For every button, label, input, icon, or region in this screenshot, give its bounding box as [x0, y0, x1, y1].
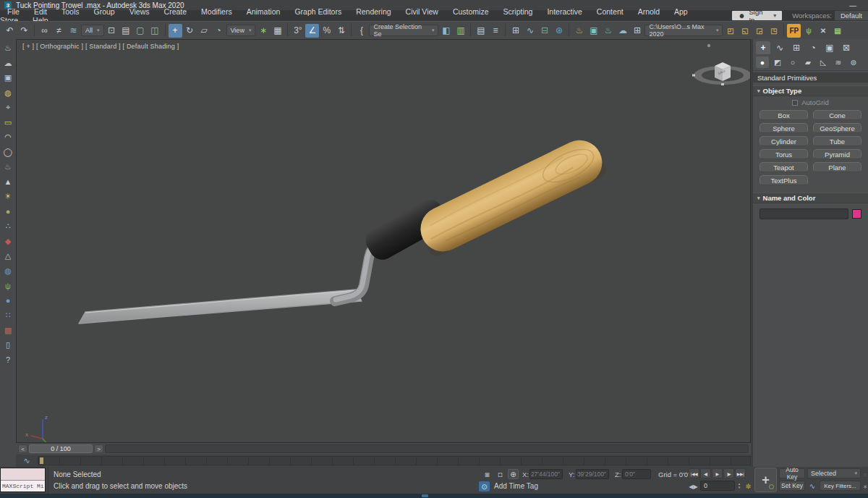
go-start-button[interactable]: |◀◀ [689, 468, 699, 478]
menu-arnold[interactable]: Arnold [631, 7, 667, 16]
render-cloud-icon[interactable]: ☁ [616, 24, 629, 38]
viewcube-cube[interactable]: BACK [715, 62, 731, 81]
link-icon[interactable]: ∞ [38, 24, 51, 38]
sun-icon[interactable]: ☀ [2, 191, 14, 202]
subcategory-dropdown[interactable]: Standard Primitives [753, 72, 868, 83]
select-object-icon[interactable]: ⊡ [105, 24, 119, 38]
viewport-canvas[interactable]: [ + ] [ Orthographic ] [ Standard ] [ De… [16, 39, 751, 443]
select-by-name-icon[interactable]: ▤ [119, 24, 133, 38]
z-coordinate-field[interactable]: 0'0" [622, 469, 651, 479]
workspaces-control[interactable]: Workspaces: Default [792, 11, 868, 20]
snap-toggle-icon[interactable]: 3° [291, 24, 305, 38]
menu-edit[interactable]: Edit [27, 7, 54, 16]
unlink-icon[interactable]: ≠ [52, 24, 66, 38]
cone-icon[interactable]: ▲ [2, 177, 14, 187]
autogrid-checkbox[interactable] [792, 100, 798, 106]
plane-button[interactable]: Plane [813, 162, 861, 172]
menu-views[interactable]: Views [122, 7, 157, 16]
spinner-snap-icon[interactable]: ⇅ [334, 24, 348, 38]
window-crossing-icon[interactable]: ◫ [148, 24, 162, 38]
auto-key-button[interactable]: Auto Key [779, 468, 805, 478]
render-production-icon[interactable]: ♨ [601, 24, 615, 38]
render-setup-icon[interactable]: ♨ [572, 24, 586, 38]
trowel-model[interactable] [79, 132, 610, 324]
key-selection-dropdown[interactable]: Selected▾ [807, 468, 861, 478]
menu-rendering[interactable]: Rendering [349, 7, 398, 16]
textplus-button[interactable]: TextPlus [760, 175, 808, 185]
menu-customize[interactable]: Customize [446, 7, 496, 16]
foliage-icon[interactable]: ψ [2, 280, 14, 291]
viewcube[interactable]: BACK [692, 44, 750, 85]
set-keys-button[interactable]: + [754, 468, 777, 492]
pyramid-button[interactable]: Pyramid [813, 149, 861, 159]
gem-icon[interactable]: ◆ [2, 236, 14, 247]
next-frame-arrow[interactable]: > [94, 444, 103, 453]
object-type-rollout[interactable]: ▾ Object Type [753, 85, 868, 96]
project-folder-dropdown[interactable]: C:\Users\O...s Max 2020▾ [644, 25, 723, 36]
material-editor-icon[interactable]: ⊛ [552, 24, 566, 38]
time-slider-track[interactable] [105, 444, 749, 453]
undo-icon[interactable]: ↶ [3, 24, 17, 38]
key-filters-button[interactable]: Key Filters... [820, 481, 861, 491]
mini-curve-editor-button[interactable]: ∿ [16, 456, 38, 465]
schematic-view-icon[interactable]: ⊟ [537, 24, 551, 38]
disc-icon[interactable]: ◯ [2, 147, 14, 158]
open-in-viewport-icon[interactable]: ⊞ [630, 24, 644, 38]
rect-region-icon[interactable]: ▢ [134, 24, 148, 38]
redo-icon[interactable]: ↷ [17, 24, 31, 38]
torus-button[interactable]: Torus [760, 149, 808, 159]
particles-icon[interactable]: ∴ [2, 221, 14, 232]
plane-icon[interactable]: ▭ [2, 117, 14, 128]
maxscript-mini-listener[interactable]: MAXScript Mi [0, 468, 46, 492]
track-bar-ruler[interactable] [38, 456, 751, 465]
pan-icon[interactable]: ∗ [862, 481, 868, 491]
cat-systems[interactable]: ⊚ [847, 56, 860, 68]
tab-utilities[interactable]: ⊠ [839, 41, 854, 54]
key-mode-toggle-icon[interactable]: ✼ [744, 481, 753, 491]
cone-button[interactable]: Cone [813, 110, 861, 120]
isolate-selection-icon[interactable]: ◙ [482, 469, 493, 479]
menu-modifiers[interactable]: Modifiers [194, 7, 239, 16]
open-container-icon[interactable]: ◰ [723, 24, 737, 38]
name-and-color-rollout[interactable]: ▾ Name and Color [753, 193, 868, 203]
toggle-layers-icon[interactable]: ≡ [488, 24, 502, 38]
teapot-icon[interactable]: ♨ [2, 161, 14, 172]
macro-recorder-field[interactable] [1, 468, 45, 481]
curve-editor-icon[interactable]: ∿ [523, 24, 537, 38]
selection-filter-dropdown[interactable]: All▾ [81, 25, 104, 36]
frame-spinner[interactable]: ▴▾ [736, 481, 742, 491]
lamp-icon[interactable]: ◍ [2, 88, 14, 98]
populate-flow-icon[interactable]: ψ [801, 24, 815, 38]
align-icon[interactable]: ▥ [454, 24, 467, 38]
cat-helpers[interactable]: ◺ [817, 56, 830, 68]
geosphere-button[interactable]: GeoSphere [813, 123, 861, 133]
box-button[interactable]: Box [760, 110, 808, 120]
keyboard-override-icon[interactable]: ▦ [271, 24, 284, 38]
add-time-tag[interactable]: Add Time Tag [494, 482, 538, 490]
sign-in-button[interactable]: ☻ Sign In ▾ [732, 11, 782, 20]
menu-civil-view[interactable]: Civil View [399, 7, 446, 16]
tab-display[interactable]: ▣ [822, 41, 837, 54]
next-frame-button[interactable]: |▶ [723, 468, 734, 478]
cloud-icon[interactable]: ☁ [2, 58, 14, 69]
tab-motion[interactable]: ◔ [806, 41, 820, 54]
customize-tools-icon[interactable]: ✕ [816, 24, 830, 38]
y-coordinate-field[interactable]: -39'29/100" [576, 469, 609, 479]
object-name-field[interactable] [760, 208, 848, 219]
new-key-mode-icon[interactable]: ∿ [807, 481, 817, 491]
scale-icon[interactable]: ▱ [197, 24, 211, 38]
dome-icon[interactable]: ◠ [2, 132, 14, 143]
percent-snap-icon[interactable]: % [320, 24, 333, 38]
menu-scripting[interactable]: Scripting [496, 7, 540, 16]
object-color-swatch[interactable] [852, 209, 861, 219]
minimize-button[interactable]: — [842, 1, 864, 9]
save-container-icon[interactable]: ◱ [738, 24, 752, 38]
taskbar-app-indicator[interactable] [422, 494, 428, 497]
menu-content[interactable]: Content [590, 7, 631, 16]
cat-spacewarps[interactable]: ≋ [832, 56, 845, 68]
menu-tools[interactable]: Tools [54, 7, 87, 16]
tab-create[interactable]: + [756, 41, 770, 54]
menu-animation[interactable]: Animation [239, 7, 288, 16]
maxscript-listener-field[interactable]: MAXScript Mi [1, 481, 45, 492]
angle-snap-icon[interactable]: ∠ [305, 24, 319, 38]
